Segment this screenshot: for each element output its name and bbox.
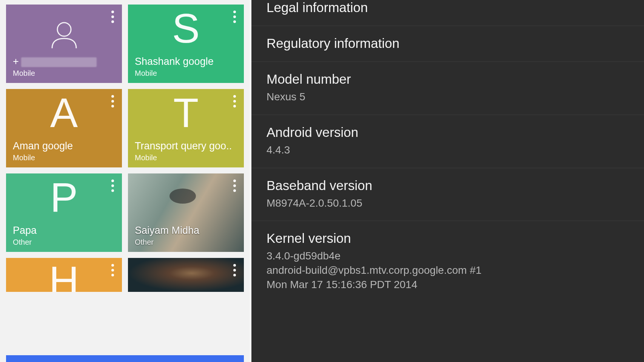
contact-card-shashank[interactable]: S Shashank google Mobile — [128, 5, 244, 83]
more-icon[interactable] — [228, 8, 241, 25]
contact-initial: S — [172, 8, 200, 49]
contact-photo — [128, 258, 244, 292]
contact-name: Saiyam Midha — [135, 225, 237, 236]
setting-value: 3.4.0-gd59db4e android-build@vpbs1.mtv.c… — [267, 249, 629, 291]
setting-regulatory-information[interactable]: Regulatory information — [251, 26, 644, 62]
bottom-banner — [6, 355, 244, 362]
setting-value: 4.4.3 — [267, 143, 629, 157]
contact-type: Mobile — [13, 69, 115, 78]
setting-title: Kernel version — [267, 231, 629, 246]
person-icon — [47, 17, 82, 54]
settings-panel: Legal information Regulatory information… — [251, 0, 644, 362]
setting-title: Regulatory information — [267, 36, 629, 51]
contact-type: Mobile — [135, 69, 237, 78]
contact-initial: A — [50, 92, 78, 133]
setting-kernel-version[interactable]: Kernel version 3.4.0-gd59db4e android-bu… — [251, 221, 644, 302]
more-icon[interactable] — [228, 262, 241, 278]
contact-name: Aman google — [13, 140, 115, 152]
contact-card-saiyam[interactable]: Saiyam Midha Other — [128, 173, 244, 252]
contact-type: Mobile — [135, 153, 237, 162]
setting-title: Legal information — [267, 0, 629, 15]
contact-card-partial-h[interactable]: H — [6, 258, 122, 292]
contact-name: Papa — [13, 225, 115, 236]
contact-card-papa[interactable]: P Papa Other — [6, 173, 122, 252]
more-icon[interactable] — [106, 8, 119, 25]
more-icon[interactable] — [228, 177, 241, 194]
contact-initial: T — [173, 92, 199, 133]
setting-value: M8974A-2.0.50.1.05 — [267, 196, 629, 210]
contact-type: Other — [135, 238, 237, 247]
more-icon[interactable] — [106, 262, 119, 278]
contact-card-aman[interactable]: A Aman google Mobile — [6, 89, 122, 167]
contact-initial: H — [49, 260, 79, 292]
contacts-grid: + Mobile S Shashank google Mobile A Aman… — [0, 5, 250, 292]
more-icon[interactable] — [106, 93, 119, 109]
setting-value: Nexus 5 — [267, 90, 629, 104]
contact-name: + — [13, 56, 115, 67]
setting-title: Baseband version — [267, 178, 629, 193]
redacted-text — [21, 57, 97, 67]
contact-name: Shashank google — [135, 56, 237, 67]
setting-title: Android version — [267, 125, 629, 140]
sunglasses-shape — [169, 189, 196, 204]
svg-point-0 — [57, 23, 71, 36]
setting-legal-information[interactable]: Legal information — [251, 0, 644, 26]
setting-model-number[interactable]: Model number Nexus 5 — [251, 62, 644, 115]
more-icon[interactable] — [228, 93, 241, 109]
contact-card-transport[interactable]: T Transport query goo.. Mobile — [128, 89, 244, 167]
contacts-panel: + Mobile S Shashank google Mobile A Aman… — [0, 0, 251, 362]
contact-card-redacted[interactable]: + Mobile — [6, 5, 122, 83]
contact-name: Transport query goo.. — [135, 140, 237, 152]
setting-baseband-version[interactable]: Baseband version M8974A-2.0.50.1.05 — [251, 168, 644, 221]
setting-android-version[interactable]: Android version 4.4.3 — [251, 115, 644, 168]
more-icon[interactable] — [106, 177, 119, 194]
contact-card-partial-photo[interactable] — [128, 258, 244, 292]
contact-type: Other — [13, 238, 115, 247]
contact-initial: P — [50, 176, 78, 218]
setting-title: Model number — [267, 72, 629, 87]
contact-type: Mobile — [13, 153, 115, 162]
